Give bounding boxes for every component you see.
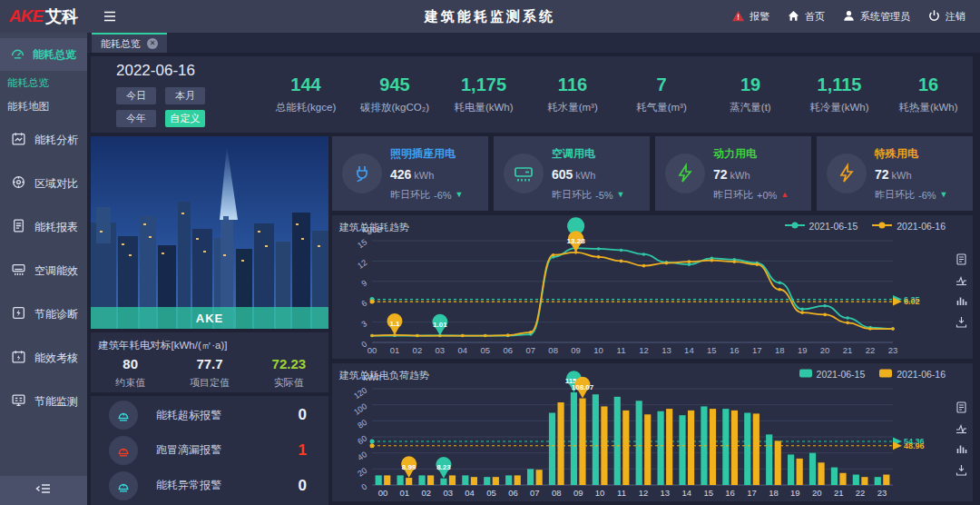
svg-text:19: 19 bbox=[798, 345, 808, 355]
alarm-beacon-icon bbox=[109, 471, 138, 500]
svg-text:01: 01 bbox=[400, 488, 410, 498]
card-delta: 昨日环比+0% bbox=[713, 188, 789, 202]
plug-icon bbox=[342, 153, 382, 193]
sidebar-item-region-compare[interactable]: 区域对比 bbox=[0, 162, 87, 205]
data-view-icon[interactable] bbox=[956, 253, 967, 265]
svg-text:13.28: 13.28 bbox=[567, 237, 586, 245]
sidebar-item-efficiency-assess[interactable]: 能效考核 bbox=[0, 336, 87, 380]
svg-text:6.02: 6.02 bbox=[904, 297, 920, 306]
lightning-bolt-icon bbox=[665, 153, 705, 193]
logout-menu-item[interactable]: 注销 bbox=[927, 9, 965, 25]
filter-button-today[interactable]: 今日 bbox=[116, 87, 156, 104]
svg-text:20: 20 bbox=[356, 466, 368, 479]
user-menu-item[interactable]: 系统管理员 bbox=[842, 9, 910, 25]
svg-text:21: 21 bbox=[834, 488, 844, 498]
svg-text:04: 04 bbox=[458, 345, 468, 355]
svg-text:20: 20 bbox=[820, 345, 830, 355]
svg-text:48.96: 48.96 bbox=[904, 441, 925, 451]
card-delta: 昨日环比-5% bbox=[552, 188, 624, 202]
svg-text:10: 10 bbox=[595, 488, 605, 498]
svg-text:23: 23 bbox=[888, 345, 898, 355]
card-title: 动力用电 bbox=[713, 146, 789, 162]
building-photo: AKE bbox=[91, 136, 328, 329]
svg-text:09: 09 bbox=[573, 488, 583, 498]
sidebar: 能耗总览 能耗总览 能耗地图 能耗分析 区域对比 能耗报表 空调能效 节能诊断 … bbox=[0, 33, 87, 505]
benchmark-panel: 建筑年耗电对标[kWh/(㎡·a)] 80约束值 77.7项目定值 72.23实… bbox=[91, 332, 328, 392]
svg-text:02: 02 bbox=[422, 488, 432, 498]
sidebar-item-energy-diagnosis[interactable]: 节能诊断 bbox=[0, 292, 87, 336]
svg-text:15: 15 bbox=[356, 237, 368, 250]
alarm-row-leakage[interactable]: 跑冒滴漏报警 1 bbox=[91, 436, 328, 465]
card-power[interactable]: 动力用电 72kWh 昨日环比+0% bbox=[655, 136, 811, 211]
alarm-row-abnormal[interactable]: 能耗异常报警 0 bbox=[91, 471, 328, 500]
home-menu-item[interactable]: 首页 bbox=[787, 9, 825, 25]
sidebar-group-energy-overview[interactable]: 能耗总览 bbox=[0, 38, 87, 71]
trend-arrow-icon bbox=[780, 191, 789, 199]
bar-chart-switch-icon[interactable] bbox=[956, 443, 967, 455]
benchmark-constraint: 80约束值 bbox=[91, 356, 170, 390]
svg-text:14: 14 bbox=[682, 488, 692, 498]
svg-text:8.23: 8.23 bbox=[436, 463, 451, 471]
alarm-count: 0 bbox=[299, 406, 307, 424]
sidebar-item-energy-report[interactable]: 能耗报表 bbox=[0, 205, 87, 249]
svg-text:60: 60 bbox=[356, 433, 368, 446]
brand-text-cn: 艾科 bbox=[45, 5, 78, 27]
alarm-count: 1 bbox=[299, 441, 307, 460]
svg-text:12: 12 bbox=[639, 345, 649, 355]
alarm-beacon-icon bbox=[109, 436, 138, 465]
svg-text:20: 20 bbox=[812, 488, 822, 498]
filter-button-custom[interactable]: 自定义 bbox=[165, 110, 205, 127]
card-lighting-socket[interactable]: 照明插座用电 426kWh 昨日环比-6% bbox=[332, 136, 488, 211]
stat-carbon: 945碳排放(kgCO₂) bbox=[350, 74, 439, 114]
home-icon bbox=[787, 9, 800, 25]
alarm-row-over-limit[interactable]: 能耗超标报警 0 bbox=[91, 401, 328, 430]
svg-text:1.01: 1.01 bbox=[433, 321, 447, 329]
alarm-triangle-icon bbox=[731, 9, 745, 25]
svg-text:1.1: 1.1 bbox=[389, 320, 400, 328]
card-hvac[interactable]: 空调用电 605kWh 昨日环比-5% bbox=[494, 136, 650, 211]
bar-chart-switch-icon[interactable] bbox=[956, 295, 967, 307]
svg-text:12: 12 bbox=[639, 488, 649, 498]
download-icon[interactable] bbox=[956, 316, 967, 328]
header-actions: 报警 首页 系统管理员 注销 bbox=[731, 9, 980, 25]
main-content: 2022-06-16 今日 本月 今年 自定义 144总能耗(kgce) 945… bbox=[87, 53, 980, 505]
user-icon bbox=[842, 9, 856, 25]
tab-energy-overview[interactable]: 能耗总览 bbox=[92, 33, 167, 53]
benchmark-actual: 72.23实际值 bbox=[250, 356, 328, 390]
card-delta: 昨日环比-6% bbox=[875, 188, 947, 202]
svg-text:9: 9 bbox=[359, 278, 368, 288]
svg-text:15: 15 bbox=[707, 345, 717, 355]
sidebar-item-energy-analysis[interactable]: 能耗分析 bbox=[0, 118, 87, 162]
svg-text:120: 120 bbox=[352, 385, 368, 401]
data-view-icon[interactable] bbox=[956, 401, 967, 413]
benchmark-title: 建筑年耗电对标[kWh/(㎡·a)] bbox=[91, 332, 328, 352]
hamburger-menu-icon[interactable] bbox=[102, 9, 118, 24]
city-skyline-image bbox=[91, 136, 328, 329]
svg-text:3: 3 bbox=[359, 319, 368, 329]
svg-text:40: 40 bbox=[356, 450, 368, 462]
alarm-menu-item[interactable]: 报警 bbox=[731, 9, 769, 25]
benchmark-project: 77.7项目定值 bbox=[170, 356, 249, 390]
download-icon[interactable] bbox=[956, 464, 967, 476]
svg-text:13: 13 bbox=[661, 488, 671, 498]
sidebar-collapse-button[interactable] bbox=[0, 476, 87, 505]
card-delta: 昨日环比-6% bbox=[390, 188, 463, 202]
filter-button-year[interactable]: 今年 bbox=[116, 110, 156, 127]
sidebar-item-energy-monitor[interactable]: 节能监测 bbox=[0, 380, 87, 423]
header: AKE 艾科 建筑能耗监测系统 报警 首页 系统管理员 注销 bbox=[0, 0, 980, 33]
sidebar-item-hvac-efficiency[interactable]: 空调能效 bbox=[0, 249, 87, 292]
sidebar-subitem-energy-map[interactable]: 能耗地图 bbox=[0, 94, 87, 118]
line-chart-switch-icon[interactable] bbox=[956, 422, 967, 434]
tab-close-icon[interactable] bbox=[147, 38, 158, 49]
svg-text:03: 03 bbox=[443, 488, 453, 498]
card-special[interactable]: 特殊用电 72kWh 昨日环比-6% bbox=[817, 136, 973, 211]
bar-chart-panel: 建筑总耗电负荷趋势 2021-06-152021-06-16 020406080… bbox=[332, 363, 973, 501]
monitor-icon bbox=[11, 392, 26, 411]
filter-button-month[interactable]: 本月 bbox=[165, 87, 205, 104]
sidebar-subitem-energy-overview[interactable]: 能耗总览 bbox=[0, 71, 87, 94]
svg-text:17: 17 bbox=[747, 488, 757, 498]
svg-text:14: 14 bbox=[684, 345, 694, 355]
line-chart-switch-icon[interactable] bbox=[956, 274, 967, 286]
stat-gas: 7耗气量(m³) bbox=[617, 74, 706, 114]
svg-text:18: 18 bbox=[775, 345, 785, 355]
